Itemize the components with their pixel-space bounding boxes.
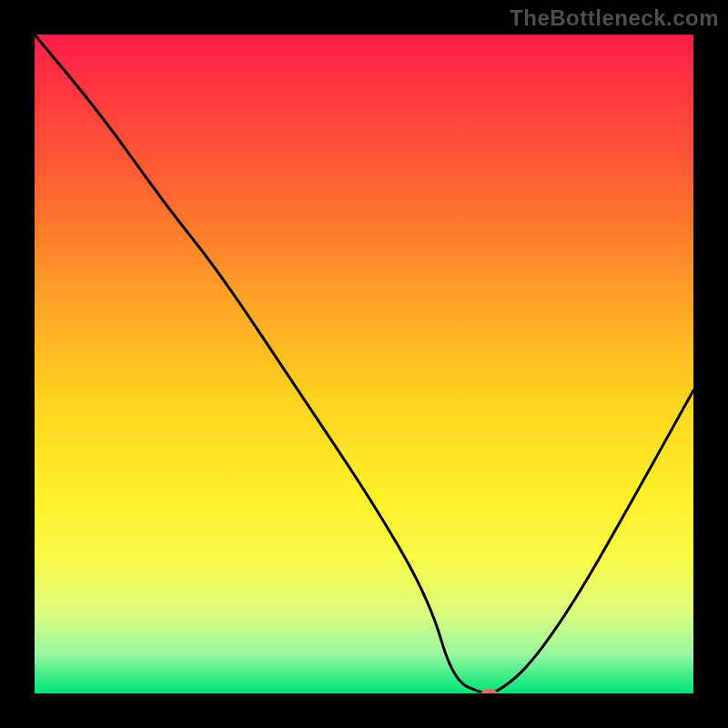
bottleneck-plot: [35, 35, 693, 693]
gradient-background: [35, 35, 693, 693]
chart-container: TheBottleneck.com: [0, 0, 728, 728]
plot-area: [35, 35, 693, 693]
watermark-text: TheBottleneck.com: [510, 5, 719, 31]
